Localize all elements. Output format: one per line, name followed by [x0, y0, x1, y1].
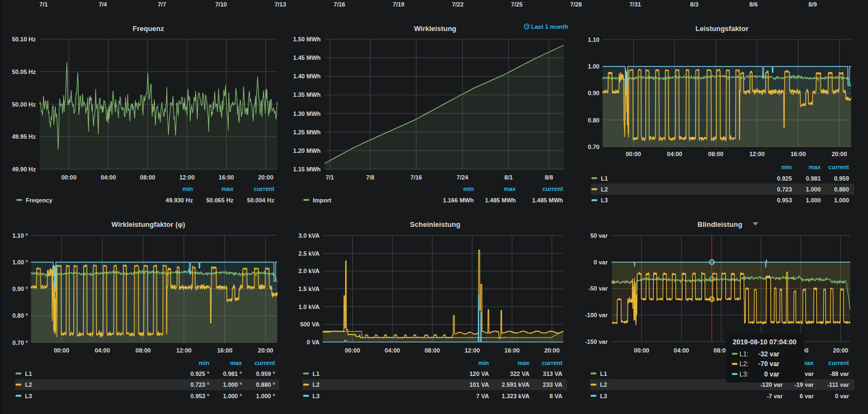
svg-text:1.20 MWh: 1.20 MWh — [293, 147, 321, 154]
svg-text:-50 var: -50 var — [589, 285, 608, 292]
svg-text:current: current — [828, 164, 849, 170]
svg-text:max: max — [809, 164, 821, 170]
svg-text:L1: L1 — [313, 370, 320, 377]
svg-text:00:00: 00:00 — [61, 174, 77, 181]
svg-text:L2: L2 — [601, 186, 608, 193]
svg-text:12:00: 12:00 — [750, 151, 765, 157]
svg-text:7/16: 7/16 — [410, 174, 422, 181]
svg-text:04:00: 04:00 — [674, 347, 689, 354]
svg-text:1.15 MWh: 1.15 MWh — [293, 166, 321, 172]
svg-text:20:00: 20:00 — [832, 151, 847, 157]
svg-text:-111 var: -111 var — [827, 381, 850, 388]
svg-text:0.953 °: 0.953 ° — [190, 393, 209, 399]
svg-text:1.25 MWh: 1.25 MWh — [293, 129, 321, 135]
svg-text:2019-08-10 07:04:00: 2019-08-10 07:04:00 — [733, 338, 796, 346]
svg-text:1.000: 1.000 — [805, 186, 821, 193]
svg-text:04:00: 04:00 — [95, 347, 110, 354]
svg-text:L2: L2 — [25, 381, 32, 388]
svg-text:00:00: 00:00 — [345, 347, 360, 354]
svg-text:1.485 MWh: 1.485 MWh — [485, 197, 516, 203]
svg-text:12:00: 12:00 — [176, 347, 191, 354]
svg-text:500 VA: 500 VA — [300, 321, 320, 328]
svg-text:current: current — [828, 360, 849, 366]
svg-text:-88 var: -88 var — [830, 370, 850, 377]
svg-text:120 VA: 120 VA — [470, 370, 489, 377]
svg-text:7/4: 7/4 — [98, 1, 107, 8]
svg-text:313 VA: 313 VA — [543, 370, 563, 377]
svg-text:0.90 °: 0.90 ° — [13, 286, 28, 292]
svg-text:1.50 MWh: 1.50 MWh — [293, 36, 321, 42]
svg-text:Blindleistung: Blindleistung — [697, 220, 742, 228]
svg-text:49.95 Hz: 49.95 Hz — [12, 133, 36, 140]
svg-text:50.00 Hz: 50.00 Hz — [12, 101, 36, 108]
svg-text:0.80 °: 0.80 ° — [13, 312, 28, 319]
svg-text:L2: L2 — [313, 381, 320, 388]
svg-text:49.930 Hz: 49.930 Hz — [166, 197, 193, 203]
svg-text:L2: L2 — [600, 381, 607, 388]
svg-text:50.065 Hz: 50.065 Hz — [206, 197, 234, 203]
svg-text:1.000 °: 1.000 ° — [223, 381, 242, 388]
svg-text:0.880 °: 0.880 ° — [256, 381, 275, 388]
svg-text:7/16: 7/16 — [334, 1, 345, 8]
svg-text:00:00: 00:00 — [54, 347, 69, 354]
svg-text:L1: L1 — [25, 370, 32, 377]
svg-text:1.485 MWh: 1.485 MWh — [532, 197, 563, 203]
svg-text:Wirkleistungfaktor (φ): Wirkleistungfaktor (φ) — [111, 220, 185, 228]
svg-text:7/10: 7/10 — [215, 1, 227, 8]
svg-text:1.0 kVA: 1.0 kVA — [298, 304, 320, 310]
svg-text:max: max — [222, 186, 234, 192]
svg-text:8/8: 8/8 — [545, 174, 553, 181]
svg-text:current: current — [254, 360, 275, 366]
svg-text:1.323 kVA: 1.323 kVA — [502, 393, 529, 399]
svg-text:12:00: 12:00 — [179, 174, 195, 181]
svg-text:49.90 Hz: 49.90 Hz — [12, 166, 36, 172]
svg-text:3.0 kVA: 3.0 kVA — [298, 232, 320, 239]
svg-text:-100 var: -100 var — [585, 312, 608, 318]
svg-text:233 VA: 233 VA — [543, 381, 563, 388]
svg-text:0.70 °: 0.70 ° — [13, 339, 28, 346]
svg-text:L3: L3 — [601, 197, 608, 203]
svg-text:-70 var: -70 var — [758, 360, 779, 368]
svg-text:1.000 °: 1.000 ° — [223, 393, 242, 399]
svg-text:7/31: 7/31 — [629, 1, 641, 8]
svg-text:max: max — [504, 186, 516, 192]
svg-text:20:00: 20:00 — [258, 347, 273, 354]
svg-text:L1: L1 — [600, 370, 607, 377]
svg-text:min: min — [463, 186, 474, 192]
svg-text:20:00: 20:00 — [544, 347, 559, 354]
svg-text:-32 var: -32 var — [758, 350, 779, 358]
svg-text:7/25: 7/25 — [511, 1, 522, 8]
svg-text:current: current — [542, 360, 563, 366]
svg-text:L3: L3 — [313, 393, 320, 399]
svg-text:1.40 MWh: 1.40 MWh — [293, 73, 321, 79]
svg-text:16:00: 16:00 — [504, 347, 520, 354]
svg-text:current: current — [254, 186, 274, 192]
svg-text:-150 var: -150 var — [585, 338, 608, 345]
svg-text:Scheinleistung: Scheinleistung — [410, 220, 460, 228]
svg-text:1.10 °: 1.10 ° — [13, 232, 28, 239]
svg-text:08:00: 08:00 — [424, 347, 440, 354]
svg-text:12:00: 12:00 — [465, 347, 480, 354]
svg-text:20:00: 20:00 — [258, 174, 273, 181]
svg-text:min: min — [781, 164, 792, 170]
svg-text:0 var: 0 var — [835, 393, 849, 399]
svg-text:7/1: 7/1 — [40, 1, 48, 8]
svg-text:0.880: 0.880 — [834, 186, 849, 193]
svg-text:7/13: 7/13 — [274, 1, 286, 8]
svg-text:0.953: 0.953 — [777, 197, 792, 203]
svg-text:0.70: 0.70 — [588, 144, 600, 150]
svg-text:Frequenz: Frequenz — [133, 24, 164, 33]
svg-text:322 VA: 322 VA — [510, 370, 529, 377]
svg-text:min: min — [199, 360, 210, 366]
svg-text:-7 var: -7 var — [767, 393, 783, 399]
svg-text:L2:: L2: — [740, 360, 749, 368]
svg-text:1.5 kVA: 1.5 kVA — [298, 286, 320, 292]
svg-text:1.000 °: 1.000 ° — [256, 393, 275, 399]
svg-text:0.723 °: 0.723 ° — [190, 381, 209, 388]
svg-text:1.30 MWh: 1.30 MWh — [293, 110, 321, 117]
svg-text:max: max — [517, 360, 530, 366]
svg-text:7/8: 7/8 — [366, 174, 374, 181]
svg-text:8 VA: 8 VA — [549, 393, 563, 399]
svg-text:0.723: 0.723 — [777, 186, 792, 193]
svg-text:0.959 °: 0.959 ° — [256, 370, 275, 377]
